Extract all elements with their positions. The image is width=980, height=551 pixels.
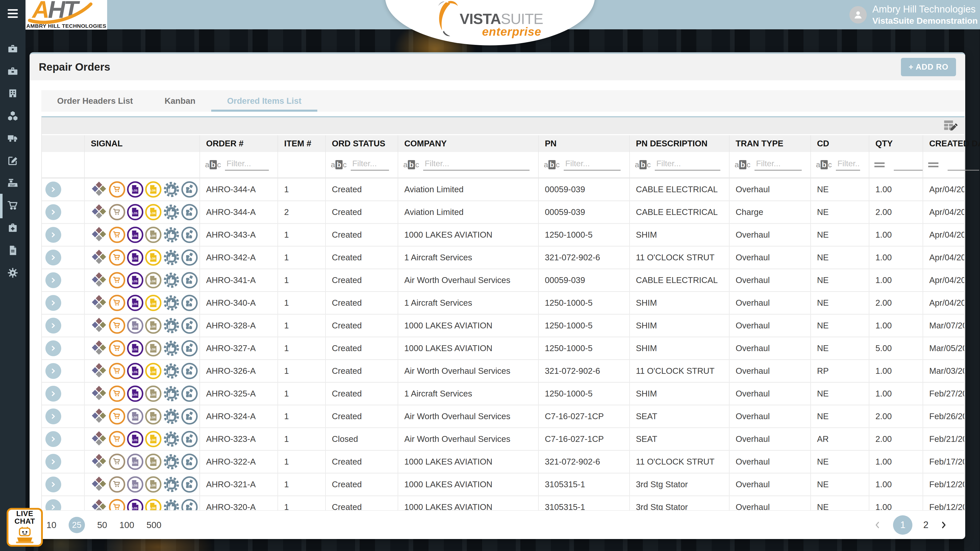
- sidebar-item-truck[interactable]: [0, 127, 25, 150]
- filter-input-status[interactable]: [351, 159, 389, 171]
- text-filter-mode-icon[interactable]: abc: [205, 160, 221, 169]
- equals-filter-mode-icon[interactable]: [874, 160, 885, 169]
- page-size-50[interactable]: 50: [97, 520, 107, 530]
- transaction-type: Overhaul: [736, 252, 770, 262]
- part-description: 3rd Stg Stator: [636, 480, 688, 489]
- user-menu[interactable]: Ambry Hill Technologies VistaSuite Demon…: [850, 0, 978, 29]
- item-number: 1: [284, 366, 289, 376]
- filter-input-created[interactable]: [948, 159, 979, 171]
- expand-row-button[interactable]: [45, 227, 61, 243]
- text-filter-mode-icon[interactable]: abc: [635, 160, 651, 169]
- sidebar-item-cubes[interactable]: [0, 105, 25, 127]
- expand-row-button[interactable]: [45, 363, 61, 379]
- text-filter-mode-icon[interactable]: abc: [331, 160, 347, 169]
- expand-row-button[interactable]: [45, 272, 61, 288]
- expand-row-button[interactable]: [45, 340, 61, 356]
- filter-input-cd[interactable]: [836, 159, 860, 171]
- column-header-cd[interactable]: CD: [811, 135, 869, 152]
- cart-signal-icon: [109, 408, 125, 424]
- status-diamond-icon: [91, 363, 107, 379]
- column-header-created[interactable]: CREATED DATE: [923, 135, 980, 152]
- previous-page-icon[interactable]: [873, 521, 882, 530]
- column-header-company[interactable]: COMPANY: [398, 135, 539, 152]
- expand-row-button[interactable]: [45, 408, 61, 424]
- sidebar-item-toolbox-alt[interactable]: [0, 60, 25, 83]
- order-status: Created: [332, 275, 362, 285]
- item-number: 1: [284, 275, 289, 285]
- expand-row-button[interactable]: [45, 204, 61, 220]
- filter-input-desc[interactable]: [655, 159, 720, 171]
- approval-gear-icon: [163, 386, 180, 402]
- page-size-25[interactable]: 25: [68, 517, 85, 533]
- sidebar-item-gear[interactable]: [0, 262, 25, 284]
- text-filter-mode-icon[interactable]: abc: [735, 160, 751, 169]
- filter-input-qty[interactable]: [894, 159, 923, 171]
- live-chat-button[interactable]: LIVE CHAT: [6, 508, 43, 547]
- puzzle-icon: [181, 318, 198, 334]
- next-page-icon[interactable]: [939, 521, 948, 530]
- tab-order-headers-list[interactable]: Order Headers List: [41, 90, 149, 112]
- page-size-500[interactable]: 500: [146, 520, 161, 530]
- lor-file-icon: LOR: [145, 227, 161, 243]
- tab-strip: Order Headers ListKanbanOrdered Items Li…: [41, 90, 965, 112]
- sidebar-item-document[interactable]: [0, 240, 25, 262]
- equals-filter-mode-icon[interactable]: [928, 160, 939, 169]
- svg-text:LOR: LOR: [150, 416, 156, 419]
- filter-input-pn[interactable]: [564, 159, 620, 171]
- part-number: 1250-1000-5: [545, 298, 593, 308]
- puzzle-icon: [181, 499, 198, 511]
- sidebar-item-medkit[interactable]: [0, 217, 25, 240]
- filter-input-company[interactable]: [423, 159, 530, 171]
- column-header-status[interactable]: ORD STATUS: [326, 135, 398, 152]
- add-ro-button[interactable]: + ADD RO: [901, 58, 956, 76]
- brand-enterprise: enterprise: [482, 25, 543, 38]
- page-size-10[interactable]: 10: [46, 520, 56, 530]
- expand-row-button[interactable]: [45, 476, 61, 492]
- part-number: 3105315-1: [545, 480, 585, 489]
- sidebar-item-register[interactable]: [0, 172, 25, 195]
- column-header-pn[interactable]: PN: [539, 135, 630, 152]
- column-header-qty[interactable]: QTY: [869, 135, 923, 152]
- expand-row-button[interactable]: [45, 318, 61, 333]
- tab-kanban[interactable]: Kanban: [149, 90, 211, 112]
- tab-ordered-items-list[interactable]: Ordered Items List: [211, 90, 317, 112]
- expand-row-button[interactable]: [45, 249, 61, 265]
- order-number: AHRO-327-A: [206, 343, 256, 353]
- sidebar-item-cart[interactable]: [0, 195, 25, 217]
- grid-rows: LOS LOR: [42, 178, 964, 511]
- grid-filter-row: abcabcabcabcabcabcabc: [42, 152, 964, 178]
- text-filter-mode-icon[interactable]: abc: [816, 160, 832, 169]
- expand-row-button[interactable]: [45, 499, 61, 511]
- column-header-tran[interactable]: TRAN TYPE: [730, 135, 811, 152]
- item-number: 1: [284, 321, 289, 330]
- filter-input-order[interactable]: [225, 159, 269, 171]
- expand-row-button[interactable]: [45, 431, 61, 447]
- page-1[interactable]: 1: [893, 515, 912, 535]
- expand-row-button[interactable]: [45, 454, 61, 470]
- column-header-item[interactable]: ITEM #: [278, 135, 326, 152]
- expand-row-button[interactable]: [45, 181, 61, 197]
- order-number: AHRO-342-A: [206, 252, 256, 262]
- sidebar-item-toolbox[interactable]: [0, 38, 25, 60]
- table-row: LOS LOR: [42, 451, 964, 473]
- condition-code: NE: [817, 411, 829, 421]
- column-header-signal[interactable]: SIGNAL: [85, 135, 200, 152]
- page-2[interactable]: 2: [923, 520, 929, 530]
- text-filter-mode-icon[interactable]: abc: [544, 160, 560, 169]
- filter-input-tran[interactable]: [754, 159, 802, 171]
- lor-file-icon: LOR: [145, 181, 161, 198]
- expand-row-button[interactable]: [45, 386, 61, 402]
- column-header-order[interactable]: ORDER #: [200, 135, 278, 152]
- part-number: C7-16-027-1CP: [545, 434, 604, 444]
- hamburger-menu-icon[interactable]: [8, 9, 18, 20]
- text-filter-mode-icon[interactable]: abc: [403, 160, 419, 169]
- table-row: LOS LOR: [42, 428, 964, 451]
- column-header-desc[interactable]: PN DESCRIPTION: [630, 135, 730, 152]
- expand-row-button[interactable]: [45, 295, 61, 311]
- sidebar-item-building[interactable]: [0, 83, 25, 105]
- sidebar-item-edit-note[interactable]: [0, 150, 25, 172]
- edit-columns-icon[interactable]: [943, 119, 958, 132]
- order-status: Created: [332, 389, 362, 399]
- item-number: 1: [284, 389, 289, 399]
- page-size-100[interactable]: 100: [119, 520, 134, 530]
